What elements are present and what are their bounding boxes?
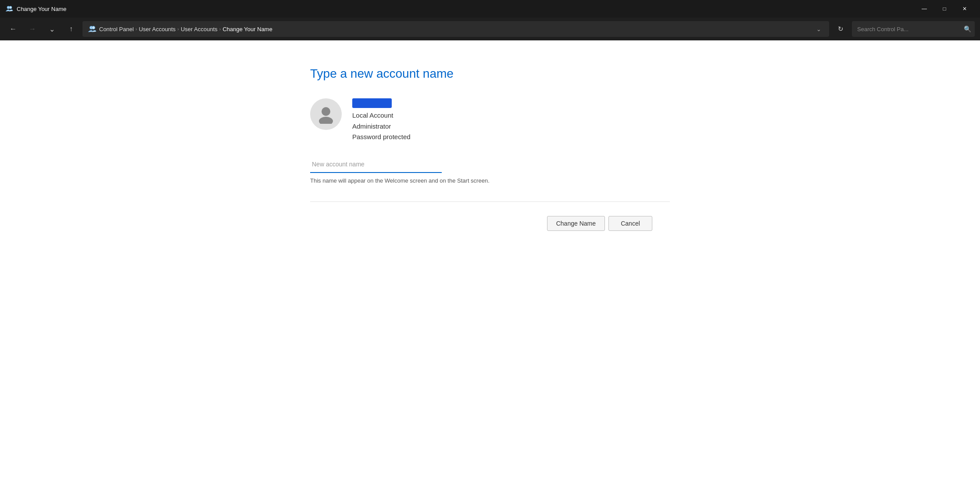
search-input[interactable]	[852, 21, 975, 37]
titlebar-title: Change Your Name	[17, 6, 66, 12]
breadcrumb: Control Panel › User Accounts › User Acc…	[99, 26, 811, 32]
account-type: Local Account	[352, 111, 411, 121]
account-status: Password protected	[352, 132, 411, 142]
change-name-button[interactable]: Change Name	[547, 216, 605, 231]
titlebar-icon	[5, 5, 13, 13]
breadcrumb-change-your-name: Change Your Name	[222, 26, 272, 32]
user-info-section: Local Account Administrator Password pro…	[310, 98, 670, 142]
up-button[interactable]: ↑	[63, 21, 79, 37]
titlebar-left: Change Your Name	[5, 5, 66, 13]
avatar-icon	[316, 104, 336, 124]
account-name-input[interactable]	[310, 156, 442, 173]
address-bar: Control Panel › User Accounts › User Acc…	[82, 21, 829, 37]
svg-point-5	[319, 117, 333, 124]
minimize-button[interactable]: —	[914, 2, 934, 16]
svg-point-3	[92, 26, 95, 29]
address-dropdown-button[interactable]: ⌄	[813, 24, 824, 34]
breadcrumb-user-accounts-1[interactable]: User Accounts	[139, 26, 175, 32]
navbar: ← → ⌄ ↑ Control Panel › User Accounts › …	[0, 18, 980, 40]
content-inner: Type a new account name Local Account Ad…	[293, 67, 687, 231]
titlebar-controls: — □ ✕	[914, 2, 975, 16]
breadcrumb-user-accounts-2[interactable]: User Accounts	[181, 26, 218, 32]
titlebar: Change Your Name — □ ✕	[0, 0, 980, 18]
breadcrumb-sep-3: ›	[219, 26, 221, 32]
username-redacted	[352, 98, 392, 108]
svg-point-4	[322, 107, 330, 116]
refresh-button[interactable]: ↻	[833, 21, 848, 37]
search-container: 🔍	[852, 21, 975, 37]
account-role: Administrator	[352, 122, 411, 132]
main-content: Type a new account name Local Account Ad…	[0, 40, 980, 482]
search-button[interactable]: 🔍	[964, 25, 971, 32]
maximize-button[interactable]: □	[934, 2, 955, 16]
recent-locations-button[interactable]: ⌄	[44, 21, 60, 37]
cancel-button[interactable]: Cancel	[608, 216, 652, 231]
close-button[interactable]: ✕	[955, 2, 975, 16]
breadcrumb-sep-1: ›	[136, 26, 137, 32]
breadcrumb-control-panel[interactable]: Control Panel	[99, 26, 134, 32]
breadcrumb-sep-2: ›	[177, 26, 179, 32]
action-buttons: Change Name Cancel	[310, 216, 670, 231]
forward-button[interactable]: →	[25, 21, 40, 37]
divider	[310, 201, 670, 202]
address-icon	[88, 25, 97, 33]
back-button[interactable]: ←	[5, 21, 21, 37]
user-details: Local Account Administrator Password pro…	[352, 98, 411, 142]
svg-point-1	[9, 6, 12, 9]
account-name-input-container	[310, 156, 670, 173]
page-title: Type a new account name	[310, 67, 670, 81]
helper-text: This name will appear on the Welcome scr…	[310, 177, 670, 184]
avatar	[310, 98, 342, 130]
